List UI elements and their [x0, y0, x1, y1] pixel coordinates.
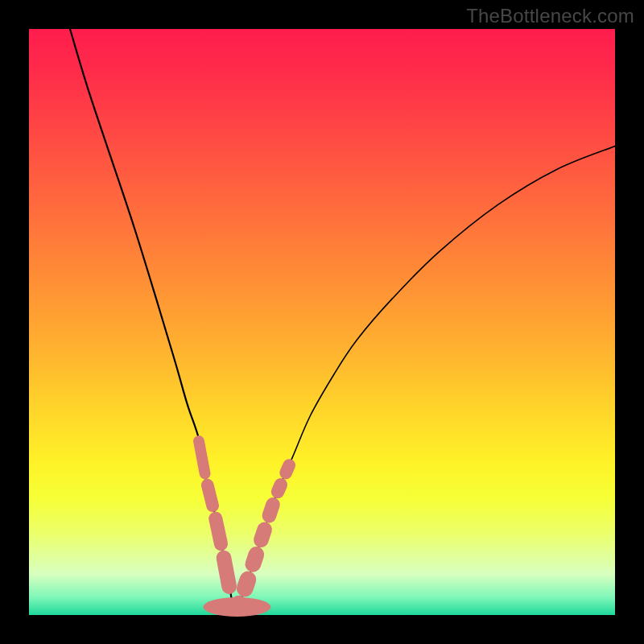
overlay-blob-segment — [215, 549, 238, 595]
chart-frame: TheBottleneck.com — [0, 0, 644, 644]
overlay-blob-trough — [203, 597, 270, 617]
curve-right-branch — [234, 147, 615, 615]
overlay-blob-segment — [278, 457, 298, 481]
overlay-blob-segment — [243, 544, 266, 574]
chart-svg — [29, 29, 615, 615]
watermark-text: TheBottleneck.com — [466, 5, 634, 27]
curve-left-branch — [70, 29, 234, 615]
plot-area — [29, 29, 615, 615]
overlay-blob-segment — [269, 476, 289, 500]
curve-group — [70, 29, 615, 615]
overlay-blob-segment — [192, 435, 212, 480]
overlay-blob-segment — [260, 496, 282, 525]
overlay-blob-segment — [234, 569, 258, 599]
overlay-blob-segment — [208, 510, 229, 552]
overlay-blob-segment — [200, 477, 220, 514]
overlay-blob-group — [192, 435, 298, 618]
overlay-blob-segment — [252, 520, 275, 549]
